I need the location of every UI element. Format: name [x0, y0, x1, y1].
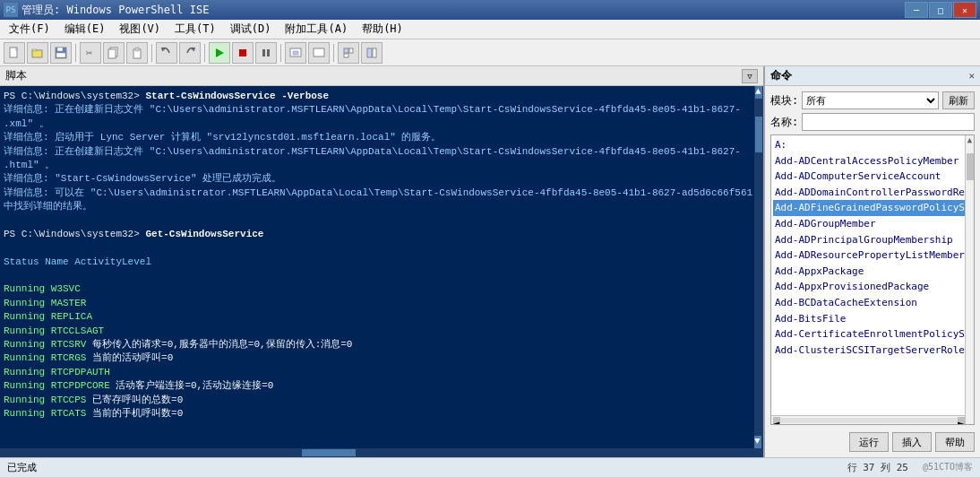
list-item-0[interactable]: Add-ADCentralAccessPolicyMember	[773, 153, 972, 169]
toolbar-b1[interactable]	[285, 42, 306, 64]
svg-rect-8	[108, 49, 116, 58]
command-panel: 命令 ✕ 模块: 所有 刷新 名称: A:	[765, 66, 980, 457]
terminal-line-23: Running RTCCPS 已寄存呼叫的总数=0	[4, 394, 760, 407]
toolbar-b2[interactable]	[308, 42, 330, 64]
help-button[interactable]: 帮助	[935, 432, 975, 452]
toolbar-save[interactable]	[50, 42, 72, 64]
list-item-9[interactable]: Add-BCDataCacheExtension	[773, 295, 972, 311]
list-item-a[interactable]: A:	[773, 137, 972, 153]
svg-rect-10	[135, 48, 139, 51]
toolbar-redo[interactable]	[179, 42, 201, 64]
toolbar-b3[interactable]	[338, 42, 359, 64]
command-panel-x[interactable]: ✕	[968, 70, 975, 82]
toolbar-new[interactable]	[4, 42, 25, 64]
toolbar-undo[interactable]	[156, 42, 177, 64]
terminal-line-19: Running RTCSRV 每秒传入的请求=0,服务器中的消息=0,保留的传入…	[4, 338, 760, 351]
menu-addons[interactable]: 附加工具(A)	[278, 20, 355, 39]
list-item-6[interactable]: Add-ADResourcePropertyListMember	[773, 247, 972, 264]
terminal-line-1: PS C:\Windows\system32> Start-CsWindowsS…	[4, 90, 760, 103]
toolbar-sep-3	[204, 44, 205, 62]
terminal-line-24: Running RTCATS 当前的手机呼叫数=0	[4, 407, 760, 421]
list-scroll-thumb[interactable]	[967, 153, 974, 180]
terminal-line-12	[4, 241, 760, 255]
toolbar-copy[interactable]	[103, 42, 125, 64]
menu-help[interactable]: 帮助(H)	[355, 20, 410, 39]
terminal-scrollbar-v[interactable]: ▲ ▼	[754, 86, 763, 457]
terminal-line-17: Running REPLICA	[4, 310, 760, 324]
run-button[interactable]: 运行	[849, 432, 889, 452]
svg-rect-21	[367, 48, 372, 57]
terminal-line-13: Status Name ActivityLevel	[4, 256, 760, 269]
toolbar-paste[interactable]	[126, 42, 148, 64]
scroll-up-btn[interactable]: ▲	[755, 86, 762, 99]
toolbar-pause[interactable]	[255, 42, 277, 64]
scroll-thumb-v[interactable]	[755, 117, 762, 152]
watermark: @51CTO博客	[923, 461, 973, 474]
window-title: 管理员: Windows PowerShell ISE	[21, 3, 209, 18]
toolbar-b4[interactable]	[361, 42, 383, 64]
scroll-thumb-h[interactable]	[302, 449, 356, 456]
title-bar: PS 管理员: Windows PowerShell ISE ─ □ ✕	[0, 0, 980, 20]
list-scrollbar-h[interactable]: ◄ ►	[771, 415, 965, 424]
menu-tools[interactable]: 工具(T)	[168, 20, 223, 39]
list-scroll-left[interactable]: ◄	[773, 417, 780, 424]
list-item-7[interactable]: Add-AppxPackage	[773, 264, 972, 280]
svg-marker-11	[216, 48, 224, 57]
close-button[interactable]: ✕	[953, 2, 976, 18]
refresh-button[interactable]: 刷新	[942, 91, 975, 109]
list-item-12[interactable]: Add-ClusteriSCSITargetServerRole	[773, 343, 972, 359]
minimize-button[interactable]: ─	[905, 2, 928, 18]
maximize-button[interactable]: □	[929, 2, 952, 18]
terminal-line-8: 详细信息: 可以在 "C:\Users\administrator.MSFTLE…	[4, 186, 760, 200]
svg-rect-16	[293, 51, 298, 55]
list-item-8[interactable]: Add-AppxProvisionedPackage	[773, 279, 972, 295]
toolbar-sep-4	[280, 44, 281, 62]
terminal-line-9: 中找到详细的结果。	[4, 200, 760, 213]
menu-debug[interactable]: 调试(D)	[223, 20, 279, 39]
svg-rect-13	[262, 49, 265, 56]
terminal-line-5: 详细信息: 正在创建新日志文件 "C:\Users\administrator.…	[4, 145, 760, 159]
terminal-line-18: Running RTCCLSAGT	[4, 325, 760, 338]
list-scroll-right[interactable]: ►	[958, 417, 965, 424]
menu-view[interactable]: 视图(V)	[112, 20, 168, 39]
terminal-area[interactable]: PS C:\Windows\system32> Start-CsWindowsS…	[0, 86, 763, 457]
terminal-line-15: Running W3SVC	[4, 282, 760, 296]
list-scroll-up[interactable]: ▲	[966, 135, 974, 144]
main-area: 脚本 ▽ PS C:\Windows\system32> Start-CsWin…	[0, 66, 980, 457]
terminal-line-11: PS C:\Windows\system32> Get-CsWindowsSer…	[4, 228, 760, 241]
terminal-line-2: 详细信息: 正在创建新日志文件 "C:\Users\administrator.…	[4, 103, 760, 117]
list-item-1[interactable]: Add-ADComputerServiceAccount	[773, 169, 972, 185]
terminal-line-21: Running RTCPDPAUTH	[4, 366, 760, 379]
command-list-scrollbar[interactable]: ▲	[965, 135, 974, 424]
list-item-10[interactable]: Add-BitsFile	[773, 311, 972, 327]
panel-controls: ▽	[742, 69, 758, 83]
toolbar-run[interactable]	[209, 42, 230, 64]
toolbar-open[interactable]	[27, 42, 48, 64]
menu-edit[interactable]: 编辑(E)	[57, 20, 113, 39]
command-panel-body: 模块: 所有 刷新 名称: A: Add-ADCentralAccessPoli…	[765, 86, 980, 457]
toolbar-sep-1	[75, 44, 76, 62]
list-item-4[interactable]: Add-ADGroupMember	[773, 216, 972, 232]
svg-rect-12	[239, 49, 246, 56]
menu-file[interactable]: 文件(F)	[2, 20, 57, 39]
terminal-line-20: Running RTCRGS 当前的活动呼叫=0	[4, 351, 760, 365]
command-list-container: A: Add-ADCentralAccessPolicyMember Add-A…	[770, 134, 975, 425]
name-input[interactable]	[802, 113, 975, 131]
panel-collapse-btn[interactable]: ▽	[742, 69, 758, 83]
list-item-3[interactable]: Add-ADFineGrainedPasswordPolicySubject	[773, 200, 972, 216]
svg-rect-5	[56, 53, 65, 57]
module-select[interactable]: 所有	[802, 91, 939, 109]
scroll-down-btn[interactable]: ▼	[754, 436, 761, 448]
list-item-11[interactable]: Add-CertificateEnrollmentPolicyServer	[773, 326, 972, 343]
list-item-5[interactable]: Add-ADPrincipalGroupMembership	[773, 232, 972, 248]
insert-button[interactable]: 插入	[892, 432, 932, 452]
list-item-2[interactable]: Add-ADDomainControllerPasswordReplica	[773, 185, 972, 201]
status-bar: 已完成 行 37 列 25 @51CTO博客	[0, 457, 980, 477]
toolbar-stop[interactable]	[232, 42, 254, 64]
terminal-scrollbar-h[interactable]	[0, 448, 754, 457]
name-row: 名称:	[770, 113, 975, 131]
toolbar-cut[interactable]: ✂	[80, 42, 101, 64]
terminal-line-16: Running MASTER	[4, 297, 760, 310]
terminal-line-22: Running RTCPDPCORE 活动客户端连接=0,活动边缘连接=0	[4, 379, 760, 393]
terminal-content: PS C:\Windows\system32> Start-CsWindowsS…	[4, 90, 760, 421]
